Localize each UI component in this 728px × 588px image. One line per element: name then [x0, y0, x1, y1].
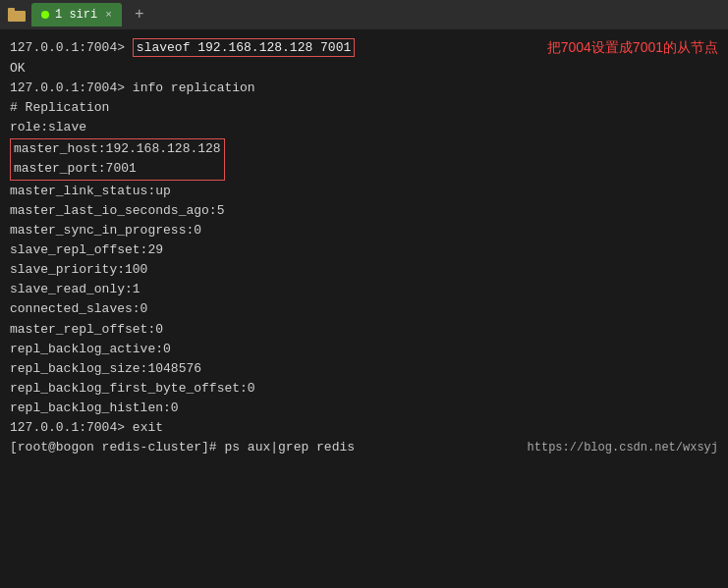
exit-line: 127.0.0.1:7004> exit — [10, 418, 718, 438]
master-host-line: master_host:192.168.128.128 — [11, 139, 224, 159]
svg-rect-1 — [8, 8, 15, 13]
priority-line: slave_priority:100 — [10, 260, 718, 280]
slaveof-command: slaveof 192.168.128.128 7001 — [133, 38, 355, 57]
new-tab-button[interactable]: + — [130, 5, 149, 25]
active-tab[interactable]: 1 siri × — [31, 3, 122, 27]
ps-command: [root@bogon redis-cluster]# ps aux|grep … — [10, 438, 355, 457]
tab-close-icon[interactable]: × — [105, 9, 112, 21]
ok-line: OK — [10, 59, 718, 79]
titlebar: 1 siri × + — [0, 0, 728, 29]
backlog-first-byte-line: repl_backlog_first_byte_offset:0 — [10, 379, 718, 399]
tab-label: 1 siri — [55, 8, 97, 22]
backlog-size-line: repl_backlog_size:1048576 — [10, 359, 718, 379]
sync-line: master_sync_in_progress:0 — [10, 221, 718, 241]
folder-icon — [6, 4, 28, 26]
blog-url: https://blog.csdn.net/wxsyj — [528, 439, 718, 457]
role-line: role:slave — [10, 118, 718, 137]
link-status-line: master_link_status:up — [10, 182, 718, 201]
annotation-text: 把7004设置成7001的从节点 — [547, 37, 718, 59]
master-repl-offset-line: master_repl_offset:0 — [10, 320, 718, 340]
ps-line: [root@bogon redis-cluster]# ps aux|grep … — [10, 438, 718, 457]
prompt-text: 127.0.0.1:7004> — [10, 40, 133, 55]
repl-offset-line: slave_repl_offset:29 — [10, 241, 718, 260]
connected-slaves-line: connected_slaves:0 — [10, 299, 718, 319]
tab-dot — [41, 11, 49, 19]
lastio-line: master_last_io_seconds_ago:5 — [10, 201, 718, 221]
backlog-active-line: repl_backlog_active:0 — [10, 340, 718, 359]
readonly-line: slave_read_only:1 — [10, 280, 718, 299]
cmd-line: 127.0.0.1:7004> slaveof 192.168.128.128 … — [10, 37, 718, 59]
master-info-box: master_host:192.168.128.128 master_port:… — [10, 138, 225, 180]
backlog-histlen-line: repl_backlog_histlen:0 — [10, 399, 718, 418]
replication-heading: # Replication — [10, 98, 718, 118]
cmd-prompt: 127.0.0.1:7004> slaveof 192.168.128.128 … — [10, 38, 355, 58]
master-port-line: master_port:7001 — [11, 159, 224, 179]
info-line: 127.0.0.1:7004> info replication — [10, 79, 718, 98]
terminal: 127.0.0.1:7004> slaveof 192.168.128.128 … — [0, 29, 728, 588]
